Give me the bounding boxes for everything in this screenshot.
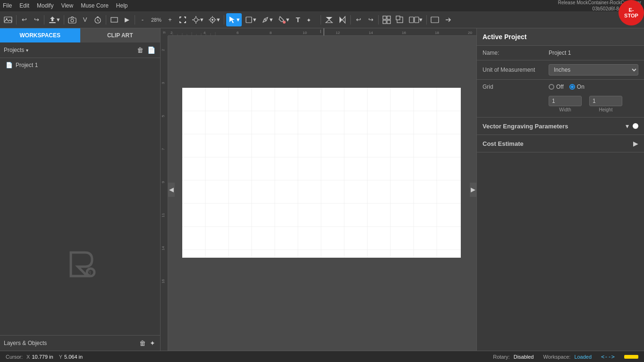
add-layer-btn[interactable]: ✦: [149, 338, 156, 348]
timer-btn[interactable]: [92, 13, 104, 26]
delete-layer-btn[interactable]: 🗑: [138, 338, 147, 348]
grid-width-group: Width: [549, 96, 582, 112]
cursor-label: Cursor:: [6, 354, 23, 360]
text-btn[interactable]: T: [292, 13, 304, 26]
grid-off-radio[interactable]: Off: [549, 84, 564, 90]
flip-h-btn[interactable]: [336, 13, 348, 26]
main-layout: WORKSPACES CLIP ART Projects ▾ 🗑 📄 📄 Pro…: [0, 28, 644, 351]
import-image-btn[interactable]: [2, 13, 14, 26]
grid-height-input[interactable]: [589, 96, 622, 106]
menu-help[interactable]: Help: [116, 2, 128, 9]
effects-btn[interactable]: ✦: [305, 13, 319, 26]
tab-bar: WORKSPACES CLIP ART: [0, 28, 160, 42]
add-project-btn[interactable]: 📄: [146, 45, 156, 55]
play-btn[interactable]: ▶: [121, 13, 133, 26]
svg-text:2: 2: [170, 31, 173, 35]
redo-btn[interactable]: ↪: [31, 13, 42, 26]
tab-workspaces[interactable]: WORKSPACES: [0, 28, 80, 42]
ruler-top: 2 4 6 8 10 | 12 14 16 18 20: [168, 28, 476, 36]
menu-edit[interactable]: Edit: [19, 2, 29, 9]
group-btn[interactable]: ▾: [407, 13, 424, 26]
collapse-right-btn[interactable]: ▶: [470, 183, 476, 197]
menu-muse-core[interactable]: Muse Core: [81, 2, 109, 9]
select-btn[interactable]: ▾: [226, 13, 242, 26]
projects-header: Projects ▾ 🗑 📄: [0, 42, 160, 58]
undo-btn[interactable]: ↩: [18, 13, 30, 26]
project-item-label: Project 1: [16, 62, 38, 68]
sep9: [378, 15, 379, 25]
redo2-btn[interactable]: ↪: [365, 13, 376, 26]
svg-rect-2: [49, 22, 56, 23]
cost-est-section[interactable]: Cost Estimate ▶: [477, 135, 644, 152]
estop-button[interactable]: E-STOP: [619, 0, 644, 25]
vec-eng-section[interactable]: Vector Engraving Parameters ▾: [477, 118, 644, 135]
projects-dropdown-icon[interactable]: ▾: [26, 48, 28, 53]
uom-label: Unit of Measurement: [483, 67, 549, 73]
zoom-plus-btn[interactable]: +: [164, 13, 176, 26]
svg-rect-26: [415, 17, 419, 23]
vector-btn[interactable]: V: [79, 13, 91, 26]
sep5: [135, 15, 135, 25]
sep1: [16, 15, 17, 25]
svg-rect-7: [111, 17, 118, 22]
canvas-workspace[interactable]: [168, 36, 476, 351]
cost-est-toggle-icon: ▶: [633, 140, 638, 147]
pan-btn[interactable]: ▾: [190, 13, 205, 26]
upload-btn[interactable]: ▾: [46, 13, 62, 26]
delete-project-btn[interactable]: 🗑: [136, 45, 144, 55]
grid-on-dot: [569, 84, 575, 90]
snap-btn[interactable]: ▾: [206, 13, 222, 26]
svg-text:8: 8: [270, 31, 272, 35]
right-panel-title: Active Project: [477, 28, 644, 46]
project-item[interactable]: 📄 Project 1: [0, 60, 160, 70]
svg-point-13: [283, 21, 286, 24]
svg-text:9: 9: [161, 181, 165, 183]
svg-rect-0: [4, 17, 12, 23]
projects-label[interactable]: Projects ▾: [4, 47, 136, 53]
collapse-left-btn[interactable]: ◀: [168, 183, 175, 197]
import2-btn[interactable]: [429, 13, 441, 26]
svg-text:20: 20: [468, 31, 472, 35]
sep6: [224, 15, 224, 25]
sep7: [321, 15, 321, 25]
zoom-minus-btn[interactable]: -: [137, 13, 148, 26]
shape-btn[interactable]: ▾: [243, 13, 258, 26]
arrange-btn[interactable]: [381, 13, 393, 26]
projects-text: Projects: [4, 47, 24, 53]
tab-clipart[interactable]: CLIP ART: [80, 28, 161, 42]
grid-width-input[interactable]: [549, 96, 582, 106]
svg-text:4: 4: [203, 31, 206, 35]
undo2-btn[interactable]: ↩: [353, 13, 364, 26]
vec-eng-title: Vector Engraving Parameters: [483, 123, 626, 130]
menu-file[interactable]: File: [3, 2, 12, 9]
grid-radio-group: Off On: [549, 84, 585, 90]
zoom-display: 28%: [149, 17, 163, 23]
flip-v-btn[interactable]: [323, 13, 335, 26]
svg-text:3: 3: [88, 270, 91, 276]
svg-rect-24: [396, 16, 400, 20]
menu-modify[interactable]: Modify: [37, 2, 53, 9]
code-icon: <-->: [601, 354, 615, 360]
fit-screen-btn[interactable]: [177, 13, 189, 26]
sep3: [64, 15, 64, 25]
export-btn[interactable]: [442, 13, 454, 26]
left-panel: WORKSPACES CLIP ART Projects ▾ 🗑 📄 📄 Pro…: [0, 28, 161, 351]
fill-btn[interactable]: ▾: [276, 13, 291, 26]
menu-view[interactable]: View: [61, 2, 73, 9]
uom-select[interactable]: Inches Millimeters Centimeters: [549, 64, 638, 76]
camera-btn[interactable]: [66, 13, 78, 26]
sep8: [350, 15, 351, 25]
svg-marker-18: [342, 17, 345, 23]
x-value: 10.779 in: [32, 354, 53, 360]
svg-text:|: |: [320, 29, 321, 33]
svg-marker-15: [326, 17, 332, 20]
grid-off-label: Off: [556, 84, 564, 90]
canvas-area: in 2 4 6 8 10 | 12 14 16 18 20: [161, 28, 476, 351]
grid-section: Grid Off On Width: [477, 80, 644, 118]
grid-on-radio[interactable]: On: [569, 84, 585, 90]
svg-text:7: 7: [161, 148, 165, 150]
name-section: Name: Project 1: [477, 46, 644, 60]
arrange2-btn[interactable]: [394, 13, 406, 26]
rect-tool-btn[interactable]: [108, 13, 120, 26]
pen-btn[interactable]: ▾: [259, 13, 275, 26]
